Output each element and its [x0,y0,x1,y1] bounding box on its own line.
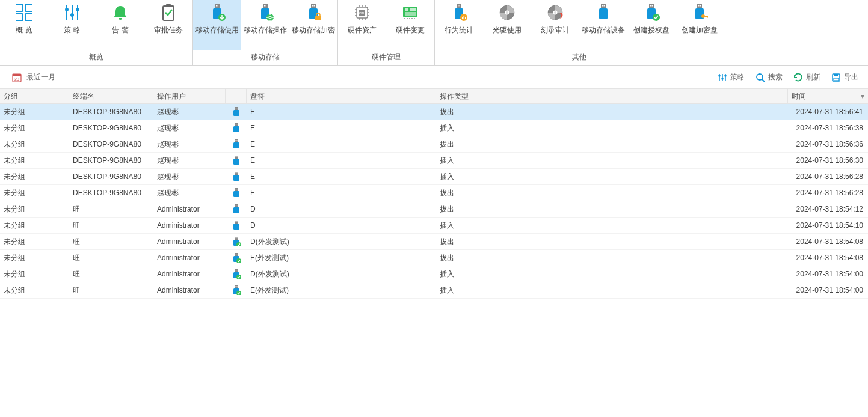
table-row[interactable]: 未分组旺AdministratorD(外发测试)插入2024-07-31 18:… [0,266,868,282]
cell-drive: E [247,108,436,116]
cell-drive: E [247,156,436,165]
column-header[interactable]: 终端名 [69,89,153,103]
table-header: 分组终端名操作用户盘符操作类型时间▾ [0,88,868,104]
ribbon-item-label: 审批任务 [154,25,183,35]
table-row[interactable]: 未分组DESKTOP-9G8NA80赵现彬E插入2024-07-31 18:56… [0,153,868,169]
storage-use-button[interactable]: 移动存储使用 [193,0,241,50]
policy-icon [63,4,81,22]
svg-point-100 [721,78,724,80]
storage-enc-button[interactable]: 移动存储加密 [289,0,337,50]
cell-usb-icon [226,221,247,230]
enc-disk-button[interactable]: 创建加密盘 [676,0,724,50]
column-header[interactable]: 盘符 [247,89,436,103]
alert-icon [111,4,129,22]
cell-op: 插入 [436,221,788,231]
hw-asset-button[interactable]: 硬件资产 [338,0,386,50]
cell-group: 未分组 [0,139,69,150]
svg-rect-78 [462,17,463,19]
export-button[interactable]: 导出 [831,72,858,82]
svg-rect-59 [264,5,265,7]
policy-icon [718,73,727,82]
cell-terminal: DESKTOP-9G8NA80 [69,189,153,197]
cell-time: 2024-07-31 18:56:28 [788,172,868,181]
auth-disk-button[interactable]: 创建授权盘 [627,0,676,50]
behavior-button[interactable]: 行为统计 [435,0,483,50]
table-row[interactable]: 未分组旺AdministratorE(外发测试)拔出2024-07-31 18:… [0,250,868,266]
cell-drive: E [247,140,436,148]
cell-user: 赵现彬 [153,107,226,117]
ribbon-group-label: 概览 [0,50,192,65]
cell-user: Administrator [153,254,226,262]
svg-line-103 [762,79,765,82]
ribbon-item-label: 移动存储操作 [244,25,287,35]
alert-button[interactable]: 告 警 [96,0,144,50]
column-header[interactable]: 操作用户 [153,89,226,103]
refresh-icon [793,73,803,82]
usb-icon [232,123,241,133]
table-row[interactable]: 未分组DESKTOP-9G8NA80赵现彬E拔出2024-07-31 18:56… [0,104,868,120]
cell-time: 2024-07-31 18:54:00 [788,270,868,278]
column-header[interactable] [226,89,247,103]
cell-user: Administrator [153,286,226,294]
refresh-button[interactable]: 刷新 [793,72,820,82]
cell-terminal: DESKTOP-9G8NA80 [69,124,153,132]
cell-group: 未分组 [0,156,69,166]
usb-icon [232,139,241,149]
cell-op: 拔出 [436,237,788,247]
svg-rect-92 [707,16,708,18]
behavior-icon [450,4,468,22]
cell-time: 2024-07-31 18:54:00 [788,286,868,294]
cell-user: Administrator [153,221,226,230]
cell-terminal: DESKTOP-9G8NA80 [69,140,153,148]
burn-audit-button[interactable]: 刻录审计 [531,0,579,50]
cd-use-icon [498,4,516,22]
ribbon-toolbar: 概 览策 略告 警审批任务概览移动存储使用移动存储操作移动存储加密移动存储硬件资… [0,0,868,66]
column-header[interactable]: 分组 [0,89,69,103]
svg-rect-54 [216,5,217,7]
search-button[interactable]: 搜索 [756,72,783,82]
table-row[interactable]: 未分组旺AdministratorE(外发测试)插入2024-07-31 18:… [0,282,868,299]
usb-icon [232,156,241,165]
column-header[interactable]: 时间▾ [788,89,868,103]
policy-button[interactable]: 策 略 [48,0,96,50]
table-row[interactable]: 未分组旺AdministratorD(外发测试)拔出2024-07-31 18:… [0,234,868,250]
overview-button[interactable]: 概 览 [0,0,48,50]
cell-terminal: 旺 [69,253,153,263]
table-row[interactable]: 未分组DESKTOP-9G8NA80赵现彬E插入2024-07-31 18:56… [0,120,868,136]
date-range-filter[interactable]: 23 最近一月 [12,72,55,82]
svg-rect-81 [649,4,654,8]
hw-change-button[interactable]: 硬件变更 [386,0,434,50]
table-row[interactable]: 未分组旺AdministratorD插入2024-07-31 18:54:10 [0,218,868,234]
filter-toolbar: 23 最近一月 策略搜索刷新导出 [0,66,868,88]
storage-enc-icon [304,4,322,22]
column-header[interactable]: 操作类型 [436,89,788,103]
ribbon-group-label: 硬件管理 [338,50,434,65]
cell-group: 未分组 [0,188,69,198]
table-row[interactable]: 未分组DESKTOP-9G8NA80赵现彬E拔出2024-07-31 18:56… [0,185,868,201]
cell-drive: E(外发测试) [247,253,436,263]
table-row[interactable]: 未分组DESKTOP-9G8NA80赵现彬E插入2024-07-31 18:56… [0,169,868,185]
mobile-dev-button[interactable]: 移动存储设备 [579,0,627,50]
cell-usb-icon [226,188,247,198]
cell-op: 插入 [436,172,788,182]
usb-icon [232,253,241,263]
toolbar-btn-label: 刷新 [806,72,820,82]
ribbon-item-label: 策 略 [64,25,80,35]
svg-point-101 [724,75,727,77]
table-row[interactable]: 未分组DESKTOP-9G8NA80赵现彬E拔出2024-07-31 18:56… [0,136,868,153]
cell-usb-icon [226,172,247,181]
svg-rect-106 [834,78,839,81]
table-row[interactable]: 未分组旺AdministratorD拔出2024-07-31 18:54:12 [0,201,868,218]
cell-time: 2024-07-31 18:56:36 [788,140,868,148]
storage-op-button[interactable]: 移动存储操作 [241,0,289,50]
export-icon [831,73,841,82]
cell-drive: E [247,189,436,197]
cell-terminal: 旺 [69,204,153,215]
cd-use-button[interactable]: 光驱使用 [483,0,531,50]
approval-button[interactable]: 审批任务 [144,0,192,50]
cell-op: 插入 [436,123,788,133]
cell-usb-icon [226,156,247,165]
ribbon-item-label: 行为统计 [445,25,473,35]
ribbon-group: 硬件资产硬件变更硬件管理 [338,0,435,65]
policy-button[interactable]: 策略 [718,72,745,82]
